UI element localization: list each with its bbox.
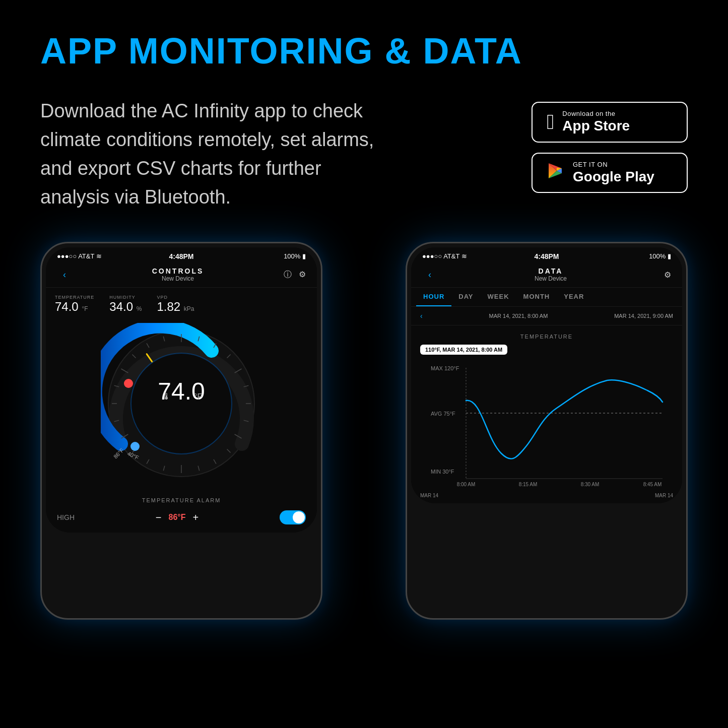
gauge-svg: 74.0 °F 🌡 86°F 40°F [101,323,262,484]
alarm-section: TEMPERATURE ALARM HIGH − 86°F + [46,489,317,533]
svg-point-33 [130,442,140,451]
tab-week[interactable]: WEEK [481,288,516,306]
apple-store-big-text: App Store [562,117,630,135]
phone-data: ●●●○○ AT&T ≋ 4:48PM 100% ▮ ‹ DATA New De… [406,242,688,620]
controls-status-right: 100% ▮ [284,252,306,260]
tab-day[interactable]: DAY [451,288,480,306]
data-nav-bar: ‹ DATA New Device ⚙ [411,263,682,288]
google-play-button[interactable]: GET IT ON Google Play [532,153,688,193]
temperature-metric: TEMPERATURE 74.0 °F [55,295,94,314]
google-play-big-text: Google Play [573,168,654,185]
data-nav-right-icons: ⚙ [664,270,671,280]
settings-icon[interactable]: ⚙ [299,270,306,280]
date-nav: ‹ MAR 14, 2021, 8:00 AM MAR 14, 2021, 9:… [411,307,682,325]
controls-back-icon[interactable]: ‹ [57,270,72,280]
phone-data-screen: ●●●○○ AT&T ≋ 4:48PM 100% ▮ ‹ DATA New De… [411,247,682,503]
controls-nav-title: CONTROLS New Device [72,267,284,282]
date-end: MAR 14, 2021, 9:00 AM [614,313,673,319]
temperature-chart: MAX 120°F AVG 75°F MIN 30°F 8 [420,358,673,489]
alarm-toggle[interactable] [280,510,306,524]
controls-title: CONTROLS [72,267,284,275]
controls-status-bar: ●●●○○ AT&T ≋ 4:48PM 100% ▮ [46,247,317,263]
data-status-right: 100% ▮ [649,252,671,260]
phones-section: ●●●○○ AT&T ≋ 4:48PM 100% ▮ ‹ CONTROLS Ne… [40,242,688,620]
description-text: Download the AC Infinity app to check cl… [40,97,383,212]
google-play-small-text: GET IT ON [573,161,654,168]
data-subtitle: New Device [437,275,664,282]
app-buttons:  Download on the App Store [532,102,688,193]
data-nav-title: DATA New Device [437,267,664,282]
vpd-label: VPD [157,295,194,300]
vpd-metric: VPD 1.82 kPa [157,295,194,314]
date-label-1: MAR 14 [420,493,438,498]
alarm-plus-button[interactable]: + [192,512,198,523]
phone-controls-screen: ●●●○○ AT&T ≋ 4:48PM 100% ▮ ‹ CONTROLS Ne… [46,247,317,533]
svg-text:8:00 AM: 8:00 AM [457,482,476,487]
alarm-minus-button[interactable]: − [156,512,162,523]
apple-store-small-text: Download on the [562,110,630,117]
svg-text:8:15 AM: 8:15 AM [519,482,538,487]
date-start: MAR 14, 2021, 8:00 AM [489,313,548,319]
data-status-time: 4:48PM [534,252,559,260]
vpd-value: 1.82 kPa [157,300,194,314]
humidity-metric: HUMIDITY 34.0 % [109,295,142,314]
tab-year[interactable]: YEAR [557,288,591,306]
google-play-text: GET IT ON Google Play [573,161,654,185]
date-prev-arrow[interactable]: ‹ [420,312,423,320]
alarm-high-label: HIGH [57,513,75,521]
controls-nav-right-icons: ⓘ ⚙ [284,270,306,280]
data-status-bar: ●●●○○ AT&T ≋ 4:48PM 100% ▮ [411,247,682,263]
temperature-gauge: 74.0 °F 🌡 86°F 40°F [46,318,317,489]
data-title: DATA [437,267,664,275]
data-settings-icon[interactable]: ⚙ [664,270,671,280]
page-title: APP MONITORING & DATA [40,30,688,72]
humidity-label: HUMIDITY [109,295,142,300]
controls-metrics: TEMPERATURE 74.0 °F HUMIDITY 34.0 % [46,288,317,318]
data-back-icon[interactable]: ‹ [422,270,437,280]
controls-subtitle: New Device [72,275,284,282]
temp-label: TEMPERATURE [55,295,94,300]
alarm-controls: − 86°F + [156,512,198,523]
chart-section: TEMPERATURE 110°F, MAR 14, 2021, 8:00 AM… [411,325,682,503]
alarm-row: HIGH − 86°F + [57,510,306,524]
svg-text:°F: °F [194,392,202,401]
controls-nav-bar: ‹ CONTROLS New Device ⓘ ⚙ [46,263,317,288]
svg-text:8:45 AM: 8:45 AM [643,482,662,487]
svg-text:8:30 AM: 8:30 AM [581,482,600,487]
tab-hour[interactable]: HOUR [416,288,451,306]
chart-tooltip: 110°F, MAR 14, 2021, 8:00 AM [420,345,507,355]
alarm-high-value: 86°F [169,513,186,522]
chart-title: TEMPERATURE [420,334,673,340]
toggle-knob [293,511,305,523]
apple-store-text: Download on the App Store [562,110,630,135]
page-container: APP MONITORING & DATA Download the AC In… [0,0,728,728]
apple-store-button[interactable]:  Download on the App Store [532,102,688,143]
svg-text:AVG 75°F: AVG 75°F [431,411,455,417]
google-play-icon [547,162,565,183]
tab-month[interactable]: MONTH [516,288,557,306]
top-section: Download the AC Infinity app to check cl… [40,97,688,212]
data-tabs: HOUR DAY WEEK MONTH YEAR [411,288,682,307]
apple-icon:  [547,111,554,133]
temp-value: 74.0 °F [55,300,94,314]
svg-text:MIN 30°F: MIN 30°F [431,469,454,475]
date-label-4: MAR 14 [655,493,673,498]
x-date-labels: MAR 14 MAR 14 [420,491,673,498]
controls-status-time: 4:48PM [169,252,193,260]
svg-text:🌡: 🌡 [162,391,171,402]
phone-controls: ●●●○○ AT&T ≋ 4:48PM 100% ▮ ‹ CONTROLS Ne… [40,242,322,620]
svg-text:MAX 120°F: MAX 120°F [431,365,459,371]
svg-point-32 [124,379,133,388]
humidity-value: 34.0 % [109,300,142,314]
controls-status-left: ●●●○○ AT&T ≋ [57,252,102,260]
data-status-left: ●●●○○ AT&T ≋ [422,252,467,260]
info-icon[interactable]: ⓘ [284,270,292,280]
alarm-title: TEMPERATURE ALARM [57,497,306,503]
